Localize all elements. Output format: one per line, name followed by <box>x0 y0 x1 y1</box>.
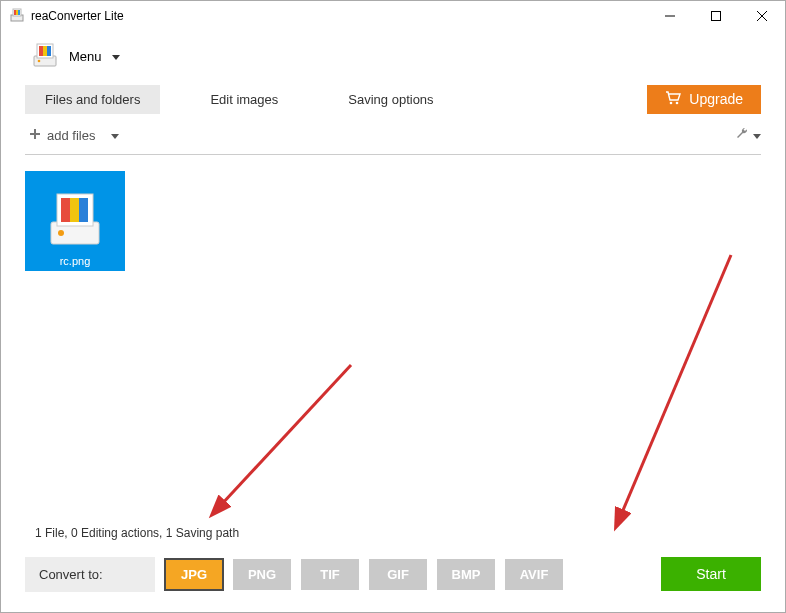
menubar: Menu <box>1 31 785 81</box>
format-label: GIF <box>387 567 409 582</box>
tabs-bar: Files and folders Edit images Saving opt… <box>1 81 785 117</box>
svg-point-14 <box>38 59 41 62</box>
svg-rect-11 <box>39 46 43 56</box>
file-name: rc.png <box>60 255 91 267</box>
toolbar: add files <box>25 121 761 155</box>
format-label: PNG <box>248 567 276 582</box>
cart-icon <box>665 91 681 108</box>
svg-rect-3 <box>16 10 18 15</box>
files-area: rc.png <box>1 155 785 526</box>
svg-point-16 <box>670 101 673 104</box>
start-button[interactable]: Start <box>661 557 761 591</box>
format-label: TIF <box>320 567 340 582</box>
format-gif-button[interactable]: GIF <box>369 559 427 590</box>
settings-dropdown[interactable] <box>735 127 761 144</box>
file-thumbnail-icon <box>43 186 107 253</box>
window-controls <box>647 1 785 31</box>
svg-rect-12 <box>43 46 47 56</box>
tab-label: Files and folders <box>45 92 140 107</box>
upgrade-label: Upgrade <box>689 91 743 107</box>
chevron-down-icon <box>111 128 119 143</box>
format-label: JPG <box>181 567 207 582</box>
app-icon <box>9 7 25 26</box>
tab-label: Saving options <box>348 92 433 107</box>
annotation-arrow <box>581 235 761 535</box>
start-label: Start <box>696 566 726 582</box>
svg-marker-20 <box>111 134 119 139</box>
convert-bar: Convert to: JPG PNG TIF GIF BMP AVIF Sta… <box>1 552 785 596</box>
svg-line-28 <box>221 365 351 505</box>
format-bmp-button[interactable]: BMP <box>437 559 495 590</box>
svg-rect-24 <box>61 198 70 222</box>
maximize-button[interactable] <box>693 1 739 31</box>
app-logo-icon <box>31 41 59 72</box>
app-window: reaConverter Lite <box>0 0 786 613</box>
annotation-arrow <box>201 345 381 525</box>
format-jpg-button[interactable]: JPG <box>165 559 223 590</box>
menu-label: Menu <box>69 49 102 64</box>
menu-button[interactable]: Menu <box>25 37 126 76</box>
tab-label: Edit images <box>210 92 278 107</box>
plus-icon <box>29 128 41 143</box>
svg-marker-21 <box>753 134 761 139</box>
chevron-down-icon <box>753 128 761 143</box>
svg-rect-25 <box>70 198 79 222</box>
chevron-down-icon <box>112 49 120 64</box>
format-label: AVIF <box>520 567 549 582</box>
svg-point-27 <box>58 230 64 236</box>
file-tile[interactable]: rc.png <box>25 171 125 271</box>
add-files-label: add files <box>47 128 95 143</box>
minimize-button[interactable] <box>647 1 693 31</box>
svg-rect-4 <box>18 10 20 15</box>
titlebar: reaConverter Lite <box>1 1 785 31</box>
format-avif-button[interactable]: AVIF <box>505 559 563 590</box>
format-label: BMP <box>452 567 481 582</box>
svg-rect-2 <box>14 10 16 15</box>
window-title: reaConverter Lite <box>31 9 124 23</box>
convert-to-label: Convert to: <box>25 557 155 592</box>
format-png-button[interactable]: PNG <box>233 559 291 590</box>
svg-line-29 <box>621 255 731 515</box>
tab-files-and-folders[interactable]: Files and folders <box>25 85 160 114</box>
wrench-icon <box>735 127 749 144</box>
close-button[interactable] <box>739 1 785 31</box>
svg-rect-13 <box>47 46 51 56</box>
svg-marker-15 <box>112 55 120 60</box>
format-tif-button[interactable]: TIF <box>301 559 359 590</box>
tab-edit-images[interactable]: Edit images <box>190 85 298 114</box>
upgrade-button[interactable]: Upgrade <box>647 85 761 114</box>
add-files-button[interactable]: add files <box>25 126 123 145</box>
svg-point-17 <box>676 101 679 104</box>
tab-saving-options[interactable]: Saving options <box>328 85 453 114</box>
status-text: 1 File, 0 Editing actions, 1 Saving path <box>1 526 785 552</box>
svg-rect-6 <box>712 12 721 21</box>
svg-rect-26 <box>79 198 88 222</box>
